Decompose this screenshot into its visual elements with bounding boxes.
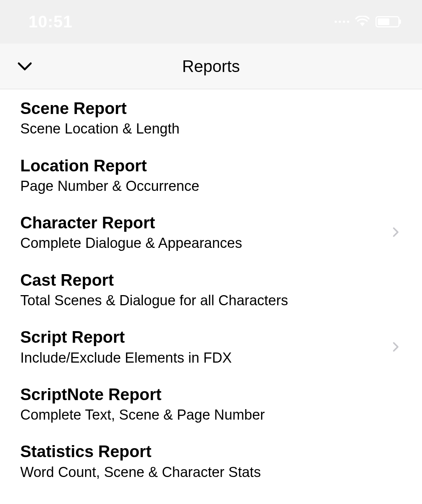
chevron-right-icon [390,226,402,238]
list-item-cast-report[interactable]: Cast Report Total Scenes & Dialogue for … [0,261,422,318]
status-icons [335,16,399,28]
list-item-subtitle: Scene Location & Length [20,120,402,138]
list-item-scene-report[interactable]: Scene Report Scene Location & Length [0,89,422,147]
chevron-down-icon [16,57,34,75]
list-item-title: Cast Report [20,269,402,291]
list-item-subtitle: Word Count, Scene & Character Stats [20,463,402,482]
list-item-title: ScriptNote Report [20,384,402,405]
list-item-character-report[interactable]: Character Report Complete Dialogue & App… [0,204,422,261]
list-item-subtitle: Page Number & Occurrence [20,177,402,195]
dismiss-button[interactable] [16,57,34,75]
status-time: 10:51 [29,12,73,31]
list-item-scriptnote-report[interactable]: ScriptNote Report Complete Text, Scene &… [0,375,422,433]
signal-strength-icon [335,21,349,23]
list-item-script-report[interactable]: Script Report Include/Exclude Elements i… [0,318,422,375]
list-item-title: Script Report [20,326,382,348]
list-item-title: Location Report [20,155,402,176]
battery-icon [375,16,399,27]
chevron-right-icon [390,341,402,353]
list-item-title: Statistics Report [20,441,402,462]
list-item-title: Character Report [20,212,382,233]
header-bar: Reports [0,44,422,89]
status-bar: 10:51 [0,0,422,44]
list-item-title: Scene Report [20,98,402,119]
list-item-subtitle: Include/Exclude Elements in FDX [20,349,382,367]
list-item-subtitle: Total Scenes & Dialogue for all Characte… [20,291,402,310]
reports-list: Scene Report Scene Location & Length Loc… [0,89,422,490]
wifi-icon [355,16,369,28]
list-item-subtitle: Complete Text, Scene & Page Number [20,406,402,424]
list-item-statistics-report[interactable]: Statistics Report Word Count, Scene & Ch… [0,432,422,490]
list-item-location-report[interactable]: Location Report Page Number & Occurrence [0,147,422,204]
page-title: Reports [182,57,240,76]
list-item-subtitle: Complete Dialogue & Appearances [20,234,382,252]
